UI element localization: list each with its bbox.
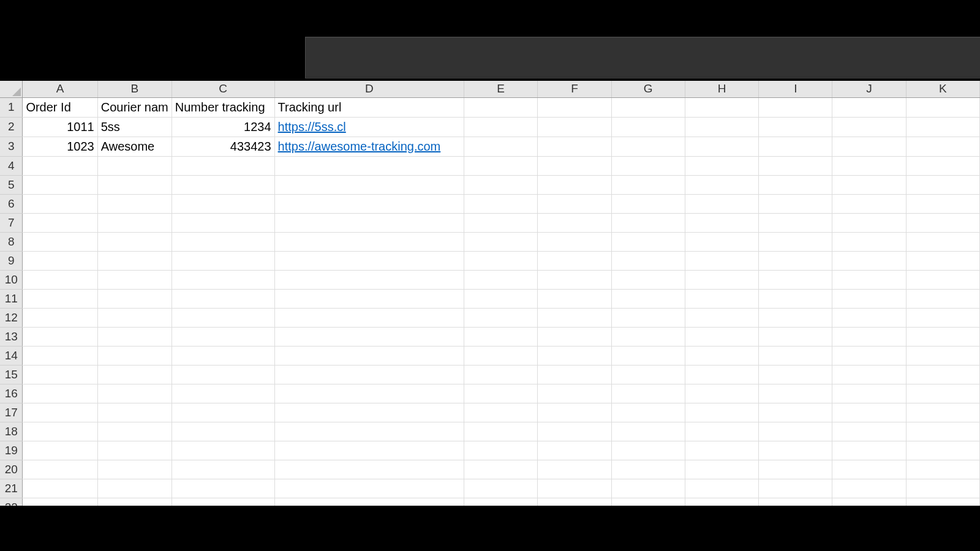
cell-B3[interactable]: Awesome	[97, 137, 172, 156]
cell-A17[interactable]	[23, 403, 97, 422]
col-header-F[interactable]: F	[538, 81, 611, 97]
cell-B17[interactable]	[97, 403, 172, 422]
cell-H22[interactable]	[685, 498, 758, 506]
cell-J12[interactable]	[832, 308, 906, 327]
cell-B19[interactable]	[97, 441, 172, 460]
cell-B15[interactable]	[97, 365, 172, 384]
cell-B14[interactable]	[97, 346, 172, 365]
cell-C11[interactable]	[172, 289, 274, 308]
cell-K6[interactable]	[906, 194, 979, 213]
cell-A11[interactable]	[23, 289, 97, 308]
row-header-10[interactable]: 10	[0, 270, 23, 289]
cell-K21[interactable]	[906, 479, 979, 498]
cell-J6[interactable]	[832, 194, 906, 213]
cell-D4[interactable]	[274, 156, 464, 175]
row-header-1[interactable]: 1	[0, 97, 23, 117]
cell-I16[interactable]	[759, 384, 832, 403]
cell-A12[interactable]	[23, 308, 97, 327]
cell-K7[interactable]	[906, 213, 979, 232]
cell-C19[interactable]	[172, 441, 274, 460]
table-row[interactable]: 12	[0, 308, 980, 327]
cell-J1[interactable]	[832, 97, 906, 117]
cell-H14[interactable]	[685, 346, 758, 365]
cell-I15[interactable]	[759, 365, 832, 384]
cell-E20[interactable]	[464, 460, 538, 479]
cell-A6[interactable]	[23, 194, 97, 213]
cell-C12[interactable]	[172, 308, 274, 327]
cell-A8[interactable]	[23, 232, 97, 251]
cell-D13[interactable]	[274, 327, 464, 346]
cell-F14[interactable]	[538, 346, 611, 365]
cell-J21[interactable]	[832, 479, 906, 498]
cell-G2[interactable]	[611, 117, 685, 137]
cell-D10[interactable]	[274, 270, 464, 289]
cell-E18[interactable]	[464, 422, 538, 441]
cell-D21[interactable]	[274, 479, 464, 498]
cell-E3[interactable]	[464, 137, 538, 156]
cell-H11[interactable]	[685, 289, 758, 308]
cell-J20[interactable]	[832, 460, 906, 479]
table-row[interactable]: 7	[0, 213, 980, 232]
cell-K9[interactable]	[906, 251, 979, 270]
cell-H9[interactable]	[685, 251, 758, 270]
cell-A16[interactable]	[23, 384, 97, 403]
cell-F3[interactable]	[538, 137, 611, 156]
cell-H13[interactable]	[685, 327, 758, 346]
cell-I20[interactable]	[759, 460, 832, 479]
table-row[interactable]: 20	[0, 460, 980, 479]
cell-D18[interactable]	[274, 422, 464, 441]
cell-J7[interactable]	[832, 213, 906, 232]
cell-D7[interactable]	[274, 213, 464, 232]
cell-B21[interactable]	[97, 479, 172, 498]
cell-A7[interactable]	[23, 213, 97, 232]
cell-E7[interactable]	[464, 213, 538, 232]
cell-H10[interactable]	[685, 270, 758, 289]
grid-table[interactable]: A B C D E F G H I J K 1Order IdCourier n…	[0, 81, 980, 506]
cell-D17[interactable]	[274, 403, 464, 422]
cell-E5[interactable]	[464, 175, 538, 194]
cell-J11[interactable]	[832, 289, 906, 308]
cell-C18[interactable]	[172, 422, 274, 441]
cell-K17[interactable]	[906, 403, 979, 422]
row-header-4[interactable]: 4	[0, 156, 23, 175]
cell-J14[interactable]	[832, 346, 906, 365]
cell-C7[interactable]	[172, 213, 274, 232]
cell-C14[interactable]	[172, 346, 274, 365]
cell-C8[interactable]	[172, 232, 274, 251]
cell-J2[interactable]	[832, 117, 906, 137]
cell-E16[interactable]	[464, 384, 538, 403]
cell-C20[interactable]	[172, 460, 274, 479]
cell-G1[interactable]	[611, 97, 685, 117]
cell-D2[interactable]: https://5ss.cl	[274, 117, 464, 137]
cell-F20[interactable]	[538, 460, 611, 479]
row-header-17[interactable]: 17	[0, 403, 23, 422]
cell-B7[interactable]	[97, 213, 172, 232]
cell-C4[interactable]	[172, 156, 274, 175]
cell-J17[interactable]	[832, 403, 906, 422]
cell-C21[interactable]	[172, 479, 274, 498]
cell-D5[interactable]	[274, 175, 464, 194]
cell-K1[interactable]	[906, 97, 979, 117]
cell-B16[interactable]	[97, 384, 172, 403]
cell-G10[interactable]	[611, 270, 685, 289]
cell-F4[interactable]	[538, 156, 611, 175]
row-header-18[interactable]: 18	[0, 422, 23, 441]
col-header-C[interactable]: C	[172, 81, 274, 97]
cell-G16[interactable]	[611, 384, 685, 403]
cell-I3[interactable]	[759, 137, 832, 156]
cell-B11[interactable]	[97, 289, 172, 308]
cell-K2[interactable]	[906, 117, 979, 137]
table-row[interactable]: 210115ss1234https://5ss.cl	[0, 117, 980, 137]
table-row[interactable]: 21	[0, 479, 980, 498]
cell-C16[interactable]	[172, 384, 274, 403]
cell-A2[interactable]: 1011	[23, 117, 97, 137]
cell-H18[interactable]	[685, 422, 758, 441]
table-row[interactable]: 15	[0, 365, 980, 384]
cell-B8[interactable]	[97, 232, 172, 251]
cell-B1[interactable]: Courier nam	[97, 97, 172, 117]
cell-G17[interactable]	[611, 403, 685, 422]
cell-G5[interactable]	[611, 175, 685, 194]
cell-A20[interactable]	[23, 460, 97, 479]
row-header-15[interactable]: 15	[0, 365, 23, 384]
cell-H21[interactable]	[685, 479, 758, 498]
